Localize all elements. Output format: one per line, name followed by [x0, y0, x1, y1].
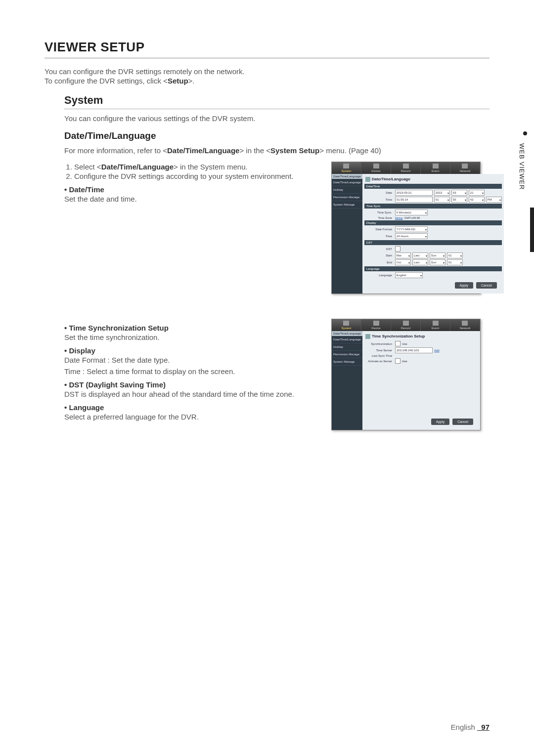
shot1-tab-device-label: Device	[371, 169, 380, 172]
bullet-datetime-head: • Date/Time	[64, 185, 321, 194]
date-month[interactable]: 03	[451, 190, 467, 196]
lbl-tzone: Time Zone	[364, 216, 394, 219]
date-year[interactable]: 2013	[434, 190, 450, 196]
end-mon[interactable]: Oct	[395, 259, 411, 265]
time-h[interactable]: 01	[434, 197, 450, 203]
start-h[interactable]: 01	[447, 252, 463, 258]
shot1-tabs: System Device Record Event Network	[332, 162, 480, 174]
lbl-time: Time	[364, 198, 394, 201]
tzone-val: GMT+00:00	[404, 216, 420, 219]
event-icon	[433, 321, 439, 326]
lbl-date: Date	[364, 191, 394, 194]
bullet-lang-desc: Select a preferred language for the DVR.	[64, 413, 321, 421]
sync-checkbox[interactable]	[395, 341, 400, 346]
shot2-side-item-3[interactable]: System Manage	[332, 358, 362, 366]
record-icon	[403, 164, 409, 168]
shot2-sidebar: Date/Time/Language Date/Time/Language Ho…	[332, 331, 362, 430]
shot1-tab-network-label: Network	[459, 169, 470, 172]
shot1-side-item-2[interactable]: Permission Manage	[332, 194, 362, 201]
shot2-title: Time Synchronization Setup	[365, 334, 478, 339]
shot2-apply-button[interactable]: Apply	[431, 419, 450, 425]
ref-b: Date/Time/Language	[167, 146, 239, 155]
s1b: Date/Time/Language	[101, 163, 174, 171]
page-footer: English _97	[451, 723, 490, 731]
side-tab: WEB VIEWER	[516, 128, 534, 195]
start-day[interactable]: Sun	[430, 252, 445, 258]
shot1-tab-event[interactable]: Event	[421, 162, 450, 174]
shot2-side-item-0[interactable]: Date/Time/Language	[332, 336, 362, 343]
dst-checkbox[interactable]	[395, 246, 400, 252]
step-1: Select <Date/Time/Language> in the Syste…	[74, 163, 321, 171]
date-day[interactable]: 21	[469, 190, 485, 196]
shot2-tab-record-label: Record	[401, 327, 410, 330]
server-add-link[interactable]: Add	[434, 349, 440, 352]
shot2-side-item-2[interactable]: Permission Manage	[332, 351, 362, 358]
start-mon[interactable]: Mar	[395, 252, 411, 258]
shot2-tab-event[interactable]: Event	[421, 319, 450, 331]
dtl-ref: For more information, refer to <Date/Tim…	[64, 146, 490, 155]
ref-d: System Setup	[270, 146, 319, 155]
time-m[interactable]: 55	[451, 197, 467, 203]
actserver-checkbox[interactable]	[395, 358, 400, 364]
time-input[interactable]: 01:55:14	[395, 197, 433, 203]
shot1-tab-event-label: Event	[432, 169, 439, 172]
shot1-sect-datetime: Date/Time	[364, 184, 502, 189]
shot1-side-item-1[interactable]: Holiday	[332, 186, 362, 194]
system-icon	[343, 164, 349, 168]
footer-pagenum: _97	[477, 723, 490, 731]
end-h[interactable]: 01	[447, 259, 463, 265]
shot1-apply-button[interactable]: Apply	[455, 282, 474, 289]
shot2-tab-network[interactable]: Network	[450, 319, 480, 331]
lbl-actserver: Activate as Server	[364, 360, 394, 363]
server-input[interactable]: 203.248.240.103	[395, 347, 433, 353]
side-dot-icon	[523, 131, 527, 135]
shot2-side-item-1[interactable]: Holiday	[332, 343, 362, 351]
shot1-tab-record[interactable]: Record	[391, 162, 421, 174]
tsync-select[interactable]: 0 Minute(s)	[395, 210, 428, 215]
start-wk[interactable]: Last	[412, 252, 428, 258]
datefmt-select[interactable]: YYYY-MM-DD	[395, 226, 428, 232]
shot1-sect-dst: DST	[364, 240, 502, 245]
shot2-tab-device[interactable]: Device	[361, 319, 391, 331]
page-title: VIEWER SETUP	[44, 40, 490, 55]
clock-icon	[365, 177, 370, 182]
screenshot-datetime: System Device Record Event Network Date/…	[331, 162, 481, 294]
intro-2c: >.	[188, 77, 195, 85]
bullet-dst-head: • DST (Daylight Saving Time)	[64, 380, 321, 389]
shot1-tab-network[interactable]: Network	[450, 162, 480, 174]
system-heading: System	[64, 94, 490, 107]
bullet-lang-head: • Language	[64, 403, 321, 412]
bullet-tsync-desc: Set the time synchronization.	[64, 333, 321, 341]
device-icon	[373, 321, 379, 326]
title-rule	[44, 58, 490, 58]
shot1-side-head: Date/Time/Language	[332, 174, 362, 179]
shot2-tab-system[interactable]: System	[332, 319, 361, 331]
date-input[interactable]: 2013-03-21	[395, 190, 433, 196]
system-icon	[343, 321, 349, 326]
side-black-bar	[530, 208, 534, 252]
tzone-setup-link[interactable]: Setup	[395, 216, 403, 219]
time-s[interactable]: 42	[469, 197, 485, 203]
network-icon	[462, 321, 468, 326]
shot1-tab-system[interactable]: System	[332, 162, 361, 174]
shot1-tab-system-label: System	[341, 169, 351, 172]
lbl-datefmt: Date Format	[364, 228, 394, 231]
step-2: Configure the DVR settings according to …	[74, 172, 321, 180]
shot1-side-item-0[interactable]: Date/Time/Language	[332, 179, 362, 186]
shot1-cancel-button[interactable]: Cancel	[476, 282, 497, 289]
shot2-tab-record[interactable]: Record	[391, 319, 421, 331]
end-day[interactable]: Sun	[430, 259, 445, 265]
shot1-sidebar: Date/Time/Language Date/Time/Language Ho…	[332, 174, 362, 294]
ref-c: > in the <	[239, 146, 270, 155]
shot1-side-item-3[interactable]: System Manage	[332, 201, 362, 209]
shot1-title: Date/Time/Language	[365, 177, 502, 182]
time-ampm[interactable]: PM	[486, 197, 502, 203]
timefmt-select[interactable]: 24 Hours	[395, 233, 428, 239]
bullet-datetime-desc: Set the date and time.	[64, 195, 321, 203]
intro-block: You can configure the DVR settings remot…	[44, 67, 490, 85]
end-wk[interactable]: Last	[412, 259, 428, 265]
shot2-cancel-button[interactable]: Cancel	[452, 419, 473, 425]
shot1-tab-device[interactable]: Device	[361, 162, 391, 174]
lbl-tsync: Time Sync.	[364, 211, 394, 214]
lang-select[interactable]: English	[395, 272, 423, 278]
